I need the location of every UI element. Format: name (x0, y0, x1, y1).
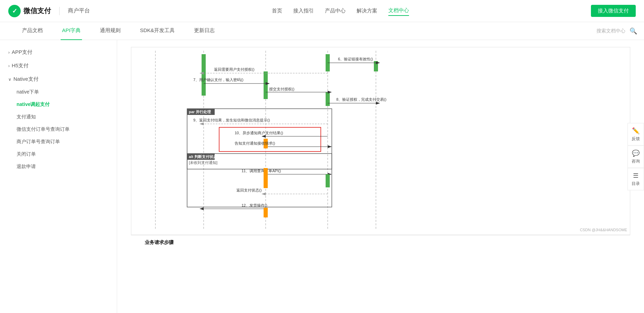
nav-product[interactable]: 产品中心 (325, 6, 346, 16)
sidebar-sub-native-pay[interactable]: native调起支付 (17, 98, 117, 111)
svg-rect-6 (264, 71, 268, 99)
svg-rect-47 (264, 168, 268, 188)
feedback-label: 反馈 (632, 136, 640, 141)
sidebar-item-h5[interactable]: › H5支付 (0, 59, 117, 72)
sidebar-label-h5: H5支付 (12, 62, 29, 69)
svg-text:返回支付状态(): 返回支付状态() (236, 188, 262, 192)
logo-sub: 商户平台 (68, 7, 90, 14)
svg-text:8、验证授权，完成支付交易(): 8、验证授权，完成支付交易() (336, 97, 386, 101)
consult-icon: 💬 (632, 149, 640, 157)
sidebar-sub-native-notify[interactable]: 支付通知 (17, 111, 117, 123)
logo: ✓ 微信支付 (8, 5, 51, 17)
sub-nav-product-docs[interactable]: 产品文档 (21, 22, 44, 40)
sidebar-sub-native-query-merchant[interactable]: 商户订单号查询订单 (17, 136, 117, 148)
consult-label: 咨询 (632, 158, 640, 164)
feedback-icon: ✏️ (632, 127, 640, 134)
nav-solution[interactable]: 解决方案 (357, 6, 377, 16)
svg-marker-38 (328, 145, 332, 148)
sub-nav-sdk[interactable]: SDK&开发工具 (139, 22, 176, 40)
svg-marker-24 (376, 102, 380, 105)
sidebar: › APP支付 › H5支付 ∨ Native支付 native下单 nativ… (0, 40, 117, 313)
svg-text:返回需要用户支付授权(): 返回需要用户支付授权() (214, 67, 254, 71)
content: 6、验证链接有效性() 返回需要用户支付授权() 7、用户确认支付，输入密码()… (117, 40, 644, 313)
sidebar-sub-native-order[interactable]: native下单 (17, 86, 117, 98)
arrow-h5: › (8, 63, 10, 68)
svg-text:alt 判断支付状态: alt 判断支付状态 (189, 155, 217, 159)
svg-marker-53 (200, 207, 204, 210)
svg-text:[未收到支付通知]: [未收到支付通知] (189, 160, 217, 165)
sidebar-sub-native-close[interactable]: 关闭订单 (17, 148, 117, 160)
nav-home[interactable]: 首页 (272, 6, 282, 16)
arrow-native: ∨ (8, 77, 11, 82)
bottom-label-title: 业务请求步骤 (145, 239, 616, 246)
sequence-diagram: 6、验证链接有效性() 返回需要用户支付授权() 7、用户确认支付，输入密码()… (135, 51, 403, 230)
svg-text:告知支付通知接收情求(): 告知支付通知接收情求() (235, 141, 275, 145)
header-left: ✓ 微信支付 商户平台 (8, 5, 90, 17)
svg-text:6、验证链接有效性(): 6、验证链接有效性() (338, 57, 373, 61)
svg-rect-5 (202, 54, 206, 96)
logo-text: 微信支付 (23, 6, 51, 16)
search-placeholder: 搜索文档中心 (596, 28, 625, 34)
logo-icon: ✓ (8, 5, 21, 17)
svg-text:12、发货操作(): 12、发货操作() (242, 203, 267, 207)
svg-text:7、用户确认支付，输入密码(): 7、用户确认支付，输入密码() (193, 78, 243, 82)
sub-nav: 产品文档 API字典 通用规则 SDK&开发工具 更新日志 搜索文档中心 🔍 (0, 22, 644, 40)
svg-rect-46 (326, 174, 330, 187)
header: ✓ 微信支付 商户平台 首页 接入指引 产品中心 解决方案 文档中心 接入微信支… (0, 0, 644, 22)
svg-text:授交支付授权(): 授交支付授权() (269, 87, 294, 91)
header-nav: 首页 接入指引 产品中心 解决方案 文档中心 (272, 6, 409, 16)
svg-marker-34 (262, 135, 266, 138)
sidebar-sub-native: native下单 native调起支付 支付通知 微信支付订单号查询订单 商户订… (0, 86, 117, 173)
right-panel: ✏️ 反馈 💬 咨询 ☰ 目录 (627, 123, 644, 190)
sidebar-item-app[interactable]: › APP支付 (0, 46, 117, 59)
sidebar-sub-native-refund[interactable]: 退款申请 (17, 160, 117, 173)
svg-marker-50 (262, 193, 266, 195)
join-button[interactable]: 接入微信支付 (591, 5, 636, 17)
svg-text:10、异步通知商户支付结果(): 10、异步通知商户支付结果() (235, 131, 283, 135)
arrow-app: › (8, 50, 10, 55)
svg-rect-54 (264, 208, 268, 217)
toc-label: 目录 (632, 180, 640, 186)
svg-text:9、返回支付结果，发生短信和微信消息提示(): 9、返回支付结果，发生短信和微信消息提示() (193, 118, 270, 122)
svg-marker-30 (200, 123, 204, 125)
sidebar-label-native: Native支付 (13, 76, 39, 82)
svg-rect-8 (326, 92, 330, 106)
right-panel-consult[interactable]: 💬 咨询 (627, 145, 644, 168)
sub-nav-rules[interactable]: 通用规则 (99, 22, 122, 40)
sidebar-sub-native-query-wx[interactable]: 微信支付订单号查询订单 (17, 123, 117, 136)
svg-text:11、调用查询订单API(): 11、调用查询订单API() (242, 169, 281, 173)
toc-icon: ☰ (633, 172, 638, 179)
sidebar-label-app: APP支付 (12, 49, 32, 56)
svg-text:par 并行处理: par 并行处理 (189, 110, 211, 114)
nav-guide[interactable]: 接入指引 (293, 6, 314, 16)
diagram-container: 6、验证链接有效性() 返回需要用户支付授权() 7、用户确认支付，输入密码()… (117, 40, 644, 258)
search-button[interactable]: 🔍 (630, 27, 637, 35)
right-panel-feedback[interactable]: ✏️ 反馈 (627, 123, 644, 145)
sidebar-item-native[interactable]: ∨ Native支付 (0, 72, 117, 86)
sub-nav-changelog[interactable]: 更新日志 (193, 22, 216, 40)
nav-docs[interactable]: 文档中心 (388, 6, 409, 16)
diagram-wrapper: 6、验证链接有效性() 返回需要用户支付授权() 7、用户确认支付，输入密码()… (131, 47, 630, 235)
bottom-label: 业务请求步骤 (131, 235, 630, 251)
main: › APP支付 › H5支付 ∨ Native支付 native下单 nativ… (0, 40, 644, 313)
sub-nav-api[interactable]: API字典 (61, 22, 82, 40)
watermark: CSDN @JH&&HANDSOME (580, 228, 627, 232)
search-area: 搜索文档中心 🔍 (596, 27, 644, 35)
logo-divider (59, 7, 60, 15)
right-panel-toc[interactable]: ☰ 目录 (627, 168, 644, 190)
